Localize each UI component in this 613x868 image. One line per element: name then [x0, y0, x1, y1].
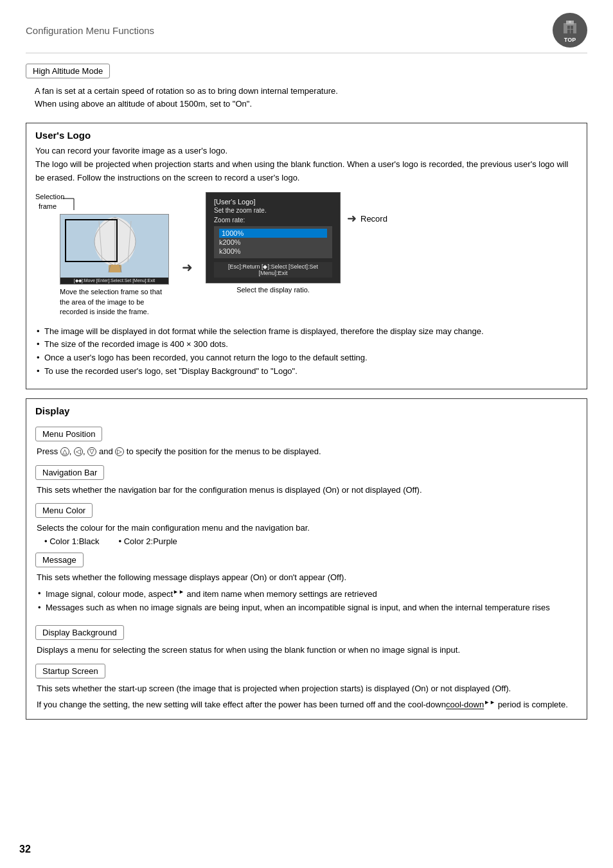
diagram-left: Selectionframe [35, 192, 169, 317]
building-icon [561, 18, 579, 36]
display-section: Display Menu Position Press △, ◁, ▽ and … [26, 398, 587, 720]
circle-down: ▽ [87, 447, 96, 456]
users-logo-desc1: You can record your favorite image as a … [35, 145, 578, 158]
bullet-1: The image will be displayed in dot forma… [35, 325, 578, 339]
color-options: • Color 1:Black • Color 2:Purple [35, 536, 578, 546]
selection-frame-label: Selectionframe [35, 192, 75, 211]
circle-right: ▷ [115, 447, 124, 456]
high-altitude-desc: A fan is set at a certain speed of rotat… [26, 82, 587, 112]
cooldown-link[interactable]: cool-down [446, 700, 484, 710]
page: Configuration Menu Functions TOP High Al… [0, 0, 613, 868]
right-col: [User's Logo] Set the zoom rate. Zoom ra… [206, 192, 387, 294]
message-bullets: Image signal, colour mode, aspect►► and … [37, 587, 578, 615]
balloon-svg [60, 215, 169, 279]
color-2: • Color 2:Purple [118, 536, 177, 546]
message-desc: This sets whether the following message … [35, 571, 578, 615]
zoom-panel-set: Set the zoom rate. [214, 207, 332, 214]
users-logo-section: User's Logo You can record your favorite… [26, 123, 587, 389]
msg-b1-text: Image signal, colour mode, aspect [46, 589, 173, 599]
record-arrow: ➜ [347, 211, 357, 226]
top-label: TOP [564, 37, 576, 43]
svg-rect-2 [567, 26, 570, 29]
svg-point-6 [569, 21, 571, 23]
selection-arrow-line [62, 192, 75, 211]
arrow-sup: ►► [173, 589, 184, 595]
startup-desc2b: period is complete. [495, 700, 568, 710]
navigation-bar-desc: This sets whether the navigation bar for… [35, 484, 578, 497]
menu-color-box: Menu Color [35, 503, 93, 518]
projector-screen: [◆◆]:Move [Enter]:Select:Set [Menu]:Exit [60, 214, 169, 285]
zoom-panel-box: [User's Logo] Set the zoom rate. Zoom ra… [206, 192, 341, 283]
navigation-bar-box: Navigation Bar [35, 465, 104, 480]
screen-bottom-bar: [◆◆]:Move [Enter]:Select:Set [Menu]:Exit [60, 278, 168, 284]
display-title: Display [35, 405, 578, 416]
select-caption: Select the display ratio. [206, 286, 341, 294]
display-background-desc: Displays a menu for selecting the screen… [35, 644, 578, 657]
diagram-area: Selectionframe [35, 192, 578, 317]
menu-position-desc: Press △, ◁, ▽ and ▷ Press , , and to spe… [35, 445, 578, 459]
record-label: Record [360, 214, 387, 224]
users-logo-bullets: The image will be displayed in dot forma… [35, 325, 578, 378]
zoom-option-2[interactable]: k300% [219, 247, 327, 256]
startup-screen-box: Startup Screen [35, 664, 105, 678]
startup-desc2: If you change the setting, the new setti… [37, 698, 578, 712]
page-header: Configuration Menu Functions TOP [26, 13, 587, 53]
selection-label-text: Selectionframe [35, 192, 60, 211]
high-alt-line2: When using above an altitude of about 15… [35, 98, 578, 111]
zoom-option-1[interactable]: k200% [219, 238, 327, 247]
zoom-options: 1000% k200% k300% [214, 226, 332, 258]
zoom-panel-footer: [Esc]:Return [◆]:Select [Select]:Set [Me… [214, 262, 332, 278]
users-logo-desc2: The logo will be projected when projecti… [35, 158, 578, 185]
startup-screen-desc: This sets whether the start-up screen (t… [35, 682, 578, 713]
top-icon: TOP [553, 13, 587, 48]
bullet-3: Once a user's logo has been recorded, yo… [35, 351, 578, 365]
menu-color-desc: Selects the colour for the main configur… [35, 522, 578, 535]
message-bullet-1: Image signal, colour mode, aspect►► and … [37, 587, 578, 601]
startup-desc1: This sets whether the start-up screen (t… [37, 682, 578, 696]
circle-left: ◁ [74, 447, 83, 456]
svg-rect-4 [567, 30, 570, 33]
move-caption: Move the selection frame so that the are… [60, 287, 169, 317]
users-logo-desc: You can record your favorite image as a … [35, 145, 578, 184]
zoom-panel: [User's Logo] Set the zoom rate. Zoom ra… [206, 192, 341, 294]
page-title: Configuration Menu Functions [26, 25, 154, 36]
zoom-panel-rate-label: Zoom rate: [214, 217, 332, 224]
msg-b1-text2: and item name when memory settings are r… [184, 589, 377, 599]
zoom-option-0[interactable]: 1000% [219, 229, 327, 238]
high-alt-line1: A fan is set at a certain speed of rotat… [35, 85, 578, 98]
display-background-box: Display Background [35, 625, 124, 640]
menu-position-box: Menu Position [35, 427, 102, 441]
startup-desc2-text: If you change the setting, the new setti… [37, 700, 446, 710]
arrow-right-1: ➜ [182, 260, 193, 275]
users-logo-title: User's Logo [35, 130, 578, 141]
high-altitude-box: High Altitude Mode [26, 64, 110, 78]
bullet-4: To use the recorded user's logo, set "Di… [35, 365, 578, 378]
record-label-area: ➜ Record [347, 211, 387, 226]
color-1: • Color 1:Black [44, 536, 99, 546]
bullet-2: The size of the recorded image is 400 × … [35, 338, 578, 351]
cooldown-arrow: ►► [484, 699, 495, 705]
svg-rect-3 [571, 26, 573, 29]
message-desc-main: This sets whether the following message … [37, 571, 578, 585]
message-box: Message [35, 553, 84, 567]
circle-up: △ [60, 447, 69, 456]
svg-rect-5 [571, 30, 573, 33]
zoom-panel-title: [User's Logo] [214, 198, 332, 206]
message-bullet-2: Messages such as when no image signals a… [37, 601, 578, 615]
page-number: 32 [19, 844, 31, 855]
high-altitude-section: High Altitude Mode A fan is set at a cer… [26, 64, 587, 112]
